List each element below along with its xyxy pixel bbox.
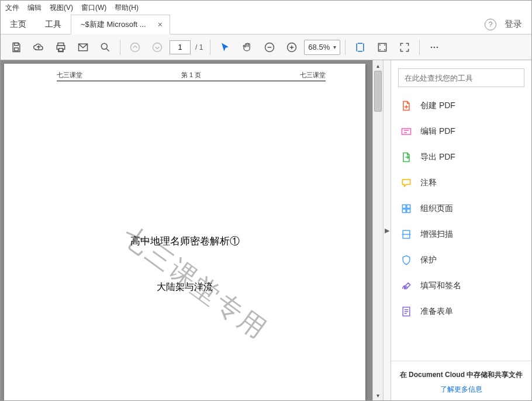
tab-document[interactable]: ~$新建 Microsoft ... × <box>71 15 170 34</box>
fit-width-icon[interactable] <box>350 37 370 57</box>
tool-item-label: 准备表单 <box>420 306 453 317</box>
print-icon[interactable] <box>51 37 71 57</box>
svg-rect-14 <box>402 129 411 134</box>
tab-home[interactable]: 主页 <box>1 15 36 34</box>
tool-item-label: 导出 PDF <box>420 152 455 163</box>
sidebar-collapse-handle[interactable]: ▶ <box>383 60 391 400</box>
fillsign-icon <box>400 280 412 292</box>
cloud-upload-icon[interactable] <box>29 37 49 57</box>
page-number-input[interactable] <box>170 40 191 54</box>
more-icon[interactable] <box>424 37 444 57</box>
doc-title: 高中地理名师密卷解析① <box>4 234 365 248</box>
page-up-icon <box>125 37 145 57</box>
page-header-right: 七三课堂 <box>300 71 326 79</box>
separator <box>419 40 420 55</box>
separator <box>120 40 120 55</box>
tool-item-label: 创建 PDF <box>420 101 455 111</box>
page-header: 七三课堂 第 1 页 七三课堂 <box>57 71 326 81</box>
separator <box>210 40 210 55</box>
fit-page-icon[interactable] <box>372 37 392 57</box>
prepform-icon <box>400 306 412 317</box>
tab-tools[interactable]: 工具 <box>36 15 71 34</box>
svg-rect-18 <box>407 209 410 213</box>
tool-item-fillsign[interactable]: 填写和签名 <box>391 273 531 299</box>
scan-icon <box>400 229 412 240</box>
zoom-value: 68.5% <box>308 43 330 51</box>
menu-bar: 文件 编辑 视图(V) 窗口(W) 帮助(H) <box>1 1 531 15</box>
fullscreen-icon[interactable] <box>395 37 414 57</box>
save-icon[interactable] <box>6 37 26 57</box>
page-header-center: 第 1 页 <box>181 71 201 79</box>
email-icon[interactable] <box>73 37 93 57</box>
page-total-label: / 1 <box>193 43 205 51</box>
scroll-up-icon[interactable]: ▴ <box>373 60 383 71</box>
menu-window[interactable]: 窗口(W) <box>81 3 106 13</box>
content-area: 七三课堂 第 1 页 七三课堂 高中地理名师密卷解析① 大陆架与洋流 七三课堂专… <box>1 60 531 400</box>
scroll-thumb[interactable] <box>374 71 382 112</box>
create-icon <box>400 100 412 112</box>
cloud-learn-more-link[interactable]: 了解更多信息 <box>397 385 526 395</box>
tool-item-export[interactable]: 导出 PDF <box>391 144 531 170</box>
tool-item-label: 注释 <box>420 178 437 188</box>
tool-item-scan[interactable]: 增强扫描 <box>391 222 531 247</box>
svg-point-6 <box>131 43 140 51</box>
search-icon[interactable] <box>95 37 115 57</box>
login-button[interactable]: 登录 <box>505 19 522 30</box>
svg-rect-1 <box>15 47 19 50</box>
tool-item-edit[interactable]: 编辑 PDF <box>391 119 531 144</box>
chevron-down-icon: ▾ <box>333 44 336 50</box>
svg-point-5 <box>101 43 107 49</box>
cloud-section: 在 Document Cloud 中存储和共享文件 了解更多信息 <box>391 361 531 400</box>
menu-help[interactable]: 帮助(H) <box>115 3 139 13</box>
tool-item-comment[interactable]: 注释 <box>391 170 531 196</box>
svg-point-11 <box>431 46 433 48</box>
tab-bar: 主页 工具 ~$新建 Microsoft ... × ? 登录 <box>1 15 531 34</box>
separator <box>345 40 346 55</box>
svg-point-12 <box>434 46 436 48</box>
tab-document-title: ~$新建 Microsoft ... <box>81 19 153 30</box>
zoom-dropdown[interactable]: 68.5% ▾ <box>304 40 340 55</box>
toolbar: / 1 68.5% ▾ <box>1 34 531 60</box>
comment-icon <box>400 177 412 189</box>
svg-rect-3 <box>59 48 63 51</box>
tool-item-label: 保护 <box>420 255 437 265</box>
svg-rect-17 <box>402 209 406 213</box>
edit-icon <box>400 126 412 137</box>
tools-sidebar: 创建 PDF编辑 PDF导出 PDF注释组织页面增强扫描保护填写和签名准备表单 … <box>391 60 531 400</box>
page-header-left: 七三课堂 <box>57 71 82 79</box>
svg-rect-0 <box>15 43 19 45</box>
document-viewport[interactable]: 七三课堂 第 1 页 七三课堂 高中地理名师密卷解析① 大陆架与洋流 七三课堂专… <box>1 60 372 400</box>
svg-point-7 <box>153 43 162 51</box>
tool-list: 创建 PDF编辑 PDF导出 PDF注释组织页面增强扫描保护填写和签名准备表单 <box>391 93 531 361</box>
close-icon[interactable]: × <box>158 20 163 29</box>
vertical-scrollbar[interactable]: ▴ ▾ <box>372 60 383 400</box>
selection-arrow-icon[interactable] <box>215 37 235 57</box>
cloud-title: 在 Document Cloud 中存储和共享文件 <box>397 369 526 380</box>
tool-item-label: 编辑 PDF <box>420 126 455 137</box>
help-icon[interactable]: ? <box>485 19 496 30</box>
tool-item-prepform[interactable]: 准备表单 <box>391 299 531 324</box>
menu-file[interactable]: 文件 <box>5 3 19 13</box>
menu-edit[interactable]: 编辑 <box>27 3 42 13</box>
scroll-down-icon[interactable]: ▾ <box>373 390 383 400</box>
tool-item-create[interactable]: 创建 PDF <box>391 93 531 119</box>
svg-rect-15 <box>402 205 406 208</box>
tool-item-protect[interactable]: 保护 <box>391 247 531 273</box>
svg-point-13 <box>437 46 438 48</box>
pdf-page: 七三课堂 第 1 页 七三课堂 高中地理名师密卷解析① 大陆架与洋流 七三课堂专… <box>4 64 365 400</box>
zoom-out-icon[interactable] <box>260 37 279 57</box>
menu-view[interactable]: 视图(V) <box>50 3 73 13</box>
hand-pan-icon[interactable] <box>237 37 257 57</box>
organize-icon <box>400 203 412 215</box>
svg-rect-16 <box>407 205 410 208</box>
tools-search-input[interactable] <box>405 74 518 82</box>
protect-icon <box>400 254 412 266</box>
tool-item-label: 组织页面 <box>420 203 453 214</box>
doc-subtitle: 大陆架与洋流 <box>4 281 365 293</box>
tool-item-label: 增强扫描 <box>420 229 453 240</box>
export-icon <box>400 151 412 163</box>
tools-search[interactable] <box>398 68 524 87</box>
tool-item-organize[interactable]: 组织页面 <box>391 196 531 222</box>
tool-item-label: 填写和签名 <box>420 281 461 291</box>
zoom-in-icon[interactable] <box>282 37 302 57</box>
